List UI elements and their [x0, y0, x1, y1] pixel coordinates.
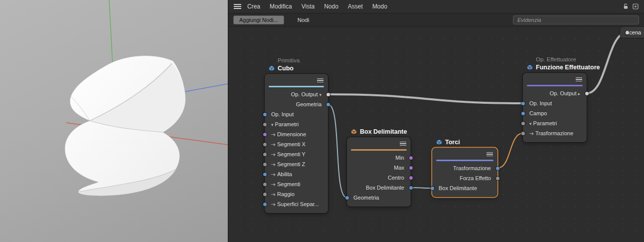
menu-vista[interactable]: Vista [300, 2, 316, 11]
node-torci[interactable]: TorciTrasformazioneForza EffettoBox Deli… [432, 148, 497, 197]
port-segmenti-z[interactable]: Segmenti Z [265, 159, 328, 169]
port-trasformazione[interactable]: Trasformazione [523, 128, 587, 138]
port-dot[interactable] [521, 132, 525, 135]
hamburger-menu-icon[interactable] [234, 4, 241, 9]
node-scena[interactable]: Scena [620, 27, 644, 38]
node-funzione[interactable]: Op. EffettuatoreFunzione EffettuatoreOp.… [523, 73, 587, 142]
child-branch-icon [271, 174, 274, 175]
menu-asset[interactable]: Asset [346, 2, 364, 11]
port-max[interactable]: Max [347, 163, 411, 173]
menu-nodo[interactable]: Nodo [322, 2, 340, 11]
port-dot[interactable] [409, 186, 413, 190]
port-dot[interactable] [263, 163, 267, 166]
port-campo[interactable]: Campo [523, 108, 587, 118]
node-canvas[interactable]: PrimitivaCuboOp. Output▾GeometriaOp. Inp… [228, 27, 644, 242]
port-label: Op. Output▸ [550, 90, 580, 96]
port-dot[interactable] [326, 93, 330, 96]
port-label: Segmenti Y [277, 151, 306, 157]
port-dot[interactable] [263, 203, 267, 206]
node-editor-toolbar: Aggiungi Nodi... Nodi [228, 13, 644, 27]
viewport-3d[interactable] [0, 0, 228, 242]
port-op-input[interactable]: Op. Input [265, 109, 328, 119]
menu-modifica[interactable]: Modifica [268, 2, 294, 11]
menu-modo[interactable]: Modo [371, 2, 389, 11]
port-dot[interactable] [263, 193, 267, 196]
tab-nodi[interactable]: Nodi [298, 17, 310, 23]
port-label: Superfici Separ... [277, 201, 319, 207]
node-body[interactable]: TrasformazioneForza EffettoBox Delimitan… [432, 148, 497, 197]
port-dot[interactable] [409, 166, 413, 170]
port-segmenti-x[interactable]: Segmenti X [265, 139, 328, 149]
add-nodes-button[interactable]: Aggiungi Nodi... [233, 15, 284, 24]
node-menu-icon[interactable] [576, 77, 582, 81]
port-abilita[interactable]: Abilita [265, 169, 328, 179]
port-dot[interactable] [521, 102, 525, 105]
port-dot[interactable] [496, 177, 499, 180]
port-dot[interactable] [345, 196, 349, 200]
port-op-output[interactable]: Op. Output▾ [265, 89, 328, 99]
port-dot[interactable] [409, 176, 413, 180]
node-editor-panel: CreaModificaVistaNodoAssetModo Aggiun [228, 0, 644, 242]
twisted-cube-object[interactable] [65, 56, 185, 196]
child-branch-icon [271, 144, 274, 145]
expand-arrow-icon[interactable]: ▾ [271, 122, 274, 127]
port-geometria[interactable]: Geometria [265, 99, 328, 109]
port-segmenti-y[interactable]: Segmenti Y [265, 149, 328, 159]
port-arrow-icon[interactable]: ▸ [578, 91, 580, 96]
port-dot[interactable] [326, 103, 330, 106]
port-box-delimitante[interactable]: Box Delimitante [347, 183, 411, 193]
port-dimensione[interactable]: Dimensione [265, 129, 328, 139]
port-label: Abilita [277, 171, 292, 177]
port-parametri[interactable]: ▾Parametri [265, 119, 328, 129]
port-dot[interactable] [263, 123, 267, 126]
port-dot[interactable] [263, 133, 267, 136]
port-dot[interactable] [521, 112, 525, 115]
wire-torci-to-funzione[interactable] [497, 133, 523, 168]
port-dot[interactable] [263, 183, 267, 186]
node-menu-icon[interactable] [486, 152, 493, 156]
menu-crea[interactable]: Crea [246, 2, 262, 11]
port-min[interactable]: Min [347, 153, 411, 163]
port-dot[interactable] [263, 113, 267, 116]
wire-cubo-to-funzione[interactable] [328, 94, 523, 103]
port-raggio[interactable]: Raggio [265, 189, 328, 199]
lock-icon[interactable] [623, 3, 629, 9]
port-dot[interactable] [409, 156, 413, 160]
port-dot[interactable] [521, 122, 525, 125]
port-dot[interactable] [263, 153, 267, 156]
port-dot[interactable] [263, 173, 267, 176]
wire-boxdelim-to-torci[interactable] [411, 188, 432, 188]
port-centro[interactable]: Centro [347, 173, 411, 183]
port-dot[interactable] [263, 143, 267, 146]
scena-input-port[interactable] [626, 31, 629, 34]
node-title-block: Torci [436, 138, 460, 146]
detach-panel-icon[interactable] [633, 3, 639, 9]
node-boxdelim[interactable]: Box DelimitanteMinMaxCentroBox Delimitan… [347, 137, 411, 207]
menubar: CreaModificaVistaNodoAssetModo [228, 0, 644, 13]
port-arrow-icon[interactable]: ▾ [319, 92, 322, 97]
child-branch-icon [271, 194, 274, 195]
node-body[interactable]: Op. Output▾GeometriaOp. Input▾ParametriD… [265, 74, 328, 213]
port-forza-effetto[interactable]: Forza Effetto [432, 173, 497, 183]
node-menu-icon[interactable] [317, 78, 323, 82]
port-label: Op. Input [271, 111, 294, 117]
wire-cubo-to-boxdelim[interactable] [328, 104, 347, 198]
highlight-search-input[interactable] [513, 15, 639, 24]
node-body[interactable]: MinMaxCentroBox DelimitanteGeometria [347, 137, 411, 207]
node-menu-icon[interactable] [400, 142, 406, 146]
port-parametri[interactable]: ▾Parametri [523, 118, 587, 128]
port-box-delimitante[interactable]: Box Delimitante [432, 183, 497, 193]
port-trasformazione[interactable]: Trasformazione [432, 163, 497, 173]
node-cubo[interactable]: PrimitivaCuboOp. Output▾GeometriaOp. Inp… [265, 74, 328, 213]
expand-arrow-icon[interactable]: ▾ [529, 121, 532, 126]
port-op-input[interactable]: Op. Input [523, 98, 587, 108]
port-dot[interactable] [431, 187, 434, 190]
port-segmenti[interactable]: Segmenti [265, 179, 328, 189]
port-dot[interactable] [496, 167, 499, 170]
node-body[interactable]: Op. Output▸Op. InputCampo▾ParametriTrasf… [523, 73, 587, 142]
port-op-output[interactable]: Op. Output▸ [523, 88, 587, 98]
port-dot[interactable] [585, 92, 589, 95]
port-geometria[interactable]: Geometria [347, 193, 411, 203]
port-superfici-separ[interactable]: Superfici Separ... [265, 199, 328, 209]
port-label: Trasformazione [535, 130, 573, 136]
